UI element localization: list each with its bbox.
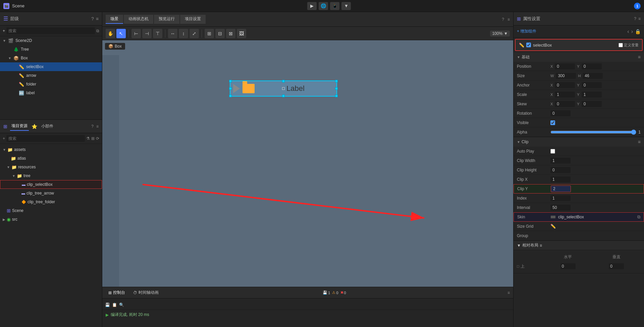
rel-section-menu[interactable]: ≡	[540, 243, 542, 248]
align-right-btn[interactable]: ⊤	[153, 29, 162, 38]
project-search-input[interactable]	[6, 135, 85, 142]
add-proj-icon[interactable]: +	[3, 136, 5, 141]
tree-node-folder[interactable]: ▶ ✏️ folder	[0, 80, 102, 89]
autoplay-checkbox[interactable]	[550, 149, 555, 154]
nav-next-btn[interactable]: ›	[631, 29, 633, 35]
handle-tr[interactable]	[335, 80, 338, 83]
proj-item-clip-tree-arrow[interactable]: ▶ ▬ clip_tree_arrow	[0, 189, 102, 198]
globe-button[interactable]: 🌐	[319, 2, 328, 10]
copy-icon[interactable]: ⧉	[96, 29, 99, 33]
img-btn[interactable]: 🖼	[237, 29, 246, 38]
size-w-input[interactable]	[556, 73, 576, 79]
section-clip-header[interactable]: ▼ Clip ≡	[514, 137, 644, 147]
section-basic-menu[interactable]: ≡	[638, 54, 641, 60]
lock-btn[interactable]: ⊠	[226, 29, 235, 38]
project-menu-icon[interactable]: ≡	[96, 124, 99, 129]
bottom-search-icon[interactable]: 🔍	[119, 303, 124, 307]
resize-btn[interactable]: ⤢	[190, 29, 199, 38]
bottom-save-icon[interactable]: 💾	[105, 303, 110, 307]
zoom-control[interactable]: 100% ▼	[490, 31, 510, 37]
tree-node-box[interactable]: ▼ 📦 Box	[0, 54, 102, 62]
rel-h-input[interactable]	[560, 263, 576, 269]
layer-search-input[interactable]	[6, 28, 95, 34]
visible-checkbox[interactable]	[550, 120, 555, 125]
pos-x-input[interactable]	[555, 63, 575, 69]
canvas-area[interactable]: 📦 Box Label	[102, 40, 513, 287]
scale-y-input[interactable]	[582, 92, 602, 98]
proj-item-clip-tree-folder[interactable]: ▶ 🔶 clip_tree_folder	[0, 198, 102, 206]
proj-item-atlas[interactable]: ▶ 📁 atlas	[0, 154, 102, 163]
tree-node-selectbox[interactable]: ▶ ✏️ selectBox	[0, 62, 102, 71]
tab-project-settings[interactable]: 项目设置	[180, 15, 206, 24]
section-basic-header[interactable]: ▼ 基础 ≡	[514, 52, 644, 62]
handle-tl[interactable]	[229, 80, 232, 83]
props-help-icon[interactable]: ?	[634, 16, 636, 21]
hand-tool-btn[interactable]: ✋	[106, 29, 115, 38]
section-clip-menu[interactable]: ≡	[638, 139, 641, 145]
handle-bl[interactable]	[229, 95, 232, 97]
tab-preview[interactable]: 预览运行	[154, 15, 179, 24]
tab-project-resources[interactable]: 项目资源	[10, 122, 29, 131]
editor-help-icon[interactable]: ?	[502, 17, 504, 22]
bottom-copy-icon[interactable]: 📋	[112, 303, 117, 307]
rel-section-header[interactable]: ▼ 相对布局 ≡	[514, 241, 644, 250]
tree-node-arrow[interactable]: ▶ ✏️ arrow	[0, 71, 102, 80]
cursor-tool-btn[interactable]: ↖	[116, 29, 126, 38]
rel-v-input[interactable]	[609, 263, 624, 269]
dropdown-button[interactable]: ▼	[341, 2, 351, 10]
proj-item-clip-selectbox[interactable]: ▶ ▬ clip_selectBox	[0, 180, 102, 189]
tree-node-scene2d[interactable]: ▼ 🎬 Scene2D	[0, 36, 102, 45]
play-button[interactable]: ▶	[307, 2, 317, 10]
comp-visible-checkbox[interactable]	[526, 43, 531, 47]
clip-x-input[interactable]	[550, 176, 571, 182]
proj-item-resources[interactable]: ▼ 📁 resources	[0, 163, 102, 171]
handle-tm[interactable]	[282, 80, 285, 83]
grid-btn[interactable]: ⊞	[205, 29, 214, 38]
bottom-menu-icon[interactable]: ≡	[507, 290, 510, 295]
phone-button[interactable]: 📱	[330, 2, 339, 10]
size-h-input[interactable]	[583, 73, 603, 79]
skew-y-input[interactable]	[582, 101, 602, 107]
size-grid-edit-btn[interactable]: ✏️	[550, 224, 556, 229]
resize-v-btn[interactable]: ↕	[179, 29, 188, 38]
scale-x-input[interactable]	[555, 92, 575, 98]
filter-icon[interactable]: ⚗	[86, 136, 90, 141]
snap-btn[interactable]: ⊟	[215, 29, 225, 38]
lock-icon[interactable]: 🔒	[635, 29, 641, 34]
tree-node-tree[interactable]: ▶ 🌲 Tree	[0, 45, 102, 54]
handle-mr[interactable]	[335, 87, 338, 90]
proj-item-assets[interactable]: ▼ 📁 assets	[0, 145, 102, 154]
layer-menu-icon[interactable]: ≡	[96, 16, 99, 21]
interval-input[interactable]	[550, 205, 571, 211]
skew-x-input[interactable]	[555, 101, 575, 107]
editor-menu-icon[interactable]: ≡	[507, 17, 510, 22]
def-var-checkbox[interactable]: 定义变量	[619, 43, 639, 48]
props-menu-icon[interactable]: ≡	[638, 16, 641, 21]
pos-y-input[interactable]	[582, 63, 602, 69]
handle-bm[interactable]	[282, 95, 285, 97]
handle-br[interactable]	[335, 95, 338, 97]
resize-h-btn[interactable]: ↔	[168, 29, 177, 38]
add-component-btn[interactable]: + 增加组件	[517, 29, 536, 34]
tab-console[interactable]: ⊞ 控制台	[106, 288, 128, 297]
def-var-input[interactable]	[619, 43, 623, 47]
split-icon[interactable]: ⊞	[91, 136, 95, 141]
tab-anim-state[interactable]: 动画状态机	[124, 15, 153, 24]
proj-item-src[interactable]: ▶ ◉ src	[0, 215, 102, 224]
rotation-input[interactable]	[550, 110, 571, 116]
layer-help-icon[interactable]: ?	[91, 16, 94, 21]
tab-scene[interactable]: 场景	[106, 15, 123, 24]
skin-browse-btn[interactable]: ⧉	[637, 214, 640, 220]
tree-node-label[interactable]: ▶ 🔤 label	[0, 89, 102, 97]
project-help-icon[interactable]: ?	[91, 124, 94, 129]
anchor-x-input[interactable]	[555, 82, 575, 88]
handle-ml[interactable]	[229, 87, 232, 90]
clip-width-input[interactable]	[550, 158, 571, 164]
alpha-slider[interactable]	[550, 129, 636, 135]
anchor-y-input[interactable]	[582, 82, 602, 88]
clip-y-input[interactable]	[551, 185, 571, 192]
tab-timeline[interactable]: ⏱ 时间轴动画	[130, 288, 161, 297]
align-left-btn[interactable]: ⊢	[131, 29, 141, 38]
clip-height-input[interactable]	[550, 167, 571, 173]
canvas-selectbox[interactable]: Label	[230, 80, 337, 97]
